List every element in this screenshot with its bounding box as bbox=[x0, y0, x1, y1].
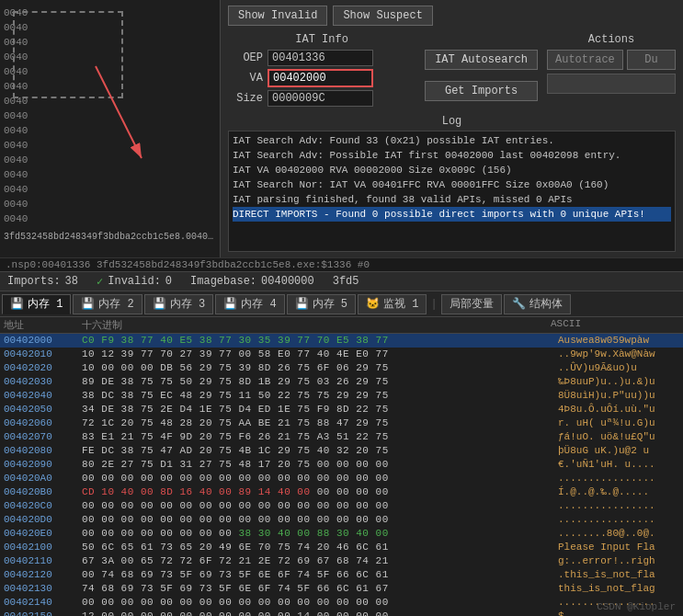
iat-autosearch-button[interactable]: IAT Autosearch bbox=[425, 50, 538, 70]
hex-ascii: ........80@..0@. bbox=[551, 527, 679, 541]
tab-mem3[interactable]: 💾 内存 3 bbox=[144, 294, 213, 314]
hex-addr: 00402090 bbox=[4, 458, 82, 472]
hex-row-21[interactable]: 00402150 12 00 00 00 00 00 00 00 00 00 0… bbox=[0, 610, 683, 616]
mem1-icon: 💾 bbox=[10, 297, 24, 311]
va-input[interactable] bbox=[268, 69, 373, 87]
mem5-icon: 💾 bbox=[295, 297, 309, 311]
hex-row-18[interactable]: 00402120 00 74 68 69 73 5F 69 73 5F 6E 6… bbox=[0, 568, 683, 582]
hex-row-4[interactable]: 00402040 38 DC 38 75 EC 48 29 75 11 50 2… bbox=[0, 389, 683, 403]
hex-bytes: 83 E1 21 75 4F 9D 20 75 F6 26 21 75 A3 5… bbox=[82, 430, 551, 444]
hex-row-20[interactable]: 00402140 00 00 00 00 00 00 00 00 00 00 0… bbox=[0, 596, 683, 610]
tab-mem3-label: 内存 3 bbox=[170, 296, 205, 312]
hex-row-8[interactable]: 00402080 FE DC 38 75 47 AD 20 75 4B 1C 2… bbox=[0, 444, 683, 458]
tab-locals[interactable]: 局部变量 bbox=[441, 294, 502, 314]
hex-row-5[interactable]: 00402050 34 DE 38 75 2E D4 1E 75 D4 ED 1… bbox=[0, 403, 683, 416]
struct-icon: 🔧 bbox=[512, 297, 526, 311]
hex-line: 0040 bbox=[4, 79, 216, 94]
breadcrumb: 3fd532458bd248349f3bdba2ccb1c5e8.0040162… bbox=[4, 230, 216, 245]
hex-ascii: 8Ü8uìH)u.P"uu))u bbox=[551, 389, 679, 403]
hex-bytes: 72 1C 20 75 48 28 20 75 AA BE 21 75 88 4… bbox=[82, 416, 551, 430]
oep-label: OEP bbox=[228, 51, 263, 64]
hex-ascii: ................ bbox=[551, 513, 679, 527]
hex-row-17[interactable]: 00402110 67 3A 00 65 72 72 6F 72 21 2E 7… bbox=[0, 554, 683, 568]
tab-mem4[interactable]: 💾 内存 4 bbox=[215, 294, 284, 314]
tab-watch1-label: 监视 1 bbox=[383, 296, 418, 312]
du-button[interactable]: Du bbox=[627, 50, 676, 70]
hex-line: 0040 bbox=[4, 20, 216, 35]
hex-addr: 00402080 bbox=[4, 444, 82, 458]
nsp-line: .nsp0:00401336 3fd532458bd248349f3bdba2c… bbox=[0, 257, 683, 271]
hex-ascii: €.'uÑ1'uH. u.... bbox=[551, 458, 679, 472]
tab-mem2[interactable]: 💾 内存 2 bbox=[73, 294, 142, 314]
hex-row-13[interactable]: 004020D0 00 00 00 00 00 00 00 00 00 00 0… bbox=[0, 513, 683, 527]
tab-watch1[interactable]: 🐱 监视 1 bbox=[358, 294, 427, 314]
hex-line: 0040 bbox=[4, 108, 216, 123]
hex-ascii: ................ bbox=[551, 499, 679, 513]
hex-addr: 00402010 bbox=[4, 348, 82, 361]
hex-row-9[interactable]: 00402090 80 2E 27 75 D1 31 27 75 48 17 2… bbox=[0, 458, 683, 472]
hex-row-16[interactable]: 00402100 50 6C 65 61 73 65 20 49 6E 70 7… bbox=[0, 541, 683, 554]
hex-bytes: 67 3A 00 65 72 72 6F 72 21 2E 72 69 67 6… bbox=[82, 554, 551, 568]
hex-row-2[interactable]: 00402020 10 00 00 00 DB 56 29 75 39 8D 2… bbox=[0, 361, 683, 375]
show-suspect-button[interactable]: Show Suspect bbox=[333, 6, 432, 26]
oep-input[interactable] bbox=[268, 50, 373, 66]
tab-mem1-label: 内存 1 bbox=[28, 296, 63, 312]
hex-line: 0040 bbox=[4, 50, 216, 64]
hex-row-1[interactable]: 00402010 10 12 39 77 70 27 39 77 00 58 E… bbox=[0, 348, 683, 361]
get-imports-button[interactable]: Get Imports bbox=[425, 81, 538, 101]
hex-row-3[interactable]: 00402030 89 DE 38 75 75 50 29 75 8D 1B 2… bbox=[0, 375, 683, 389]
tab-mem5[interactable]: 💾 内存 5 bbox=[287, 294, 356, 314]
tab-mem1[interactable]: 💾 内存 1 bbox=[2, 294, 71, 314]
ascii-header: ASCII bbox=[551, 318, 679, 332]
hex-bytes: 34 DE 38 75 2E D4 1E 75 D4 ED 1E 75 F9 8… bbox=[82, 403, 551, 416]
hex-row-14[interactable]: 004020E0 00 00 00 00 00 00 00 00 38 30 4… bbox=[0, 527, 683, 541]
hex-addr: 00402050 bbox=[4, 403, 82, 416]
log-title: Log bbox=[228, 115, 676, 128]
hex-row-0[interactable]: 00402000 C0 F9 38 77 40 E5 38 77 30 35 3… bbox=[0, 334, 683, 348]
log-line-2: IAT VA 00402000 RVA 00002000 Size 0x009C… bbox=[233, 163, 671, 177]
hex-row-12[interactable]: 004020C0 00 00 00 00 00 00 00 00 00 00 0… bbox=[0, 499, 683, 513]
hex-row-11[interactable]: 004020B0 CD 10 40 00 8D 16 40 00 89 14 4… bbox=[0, 485, 683, 499]
hex-addr: 00402120 bbox=[4, 568, 82, 582]
hex-bytes: 00 74 68 69 73 5F 69 73 5F 6E 6F 74 5F 6… bbox=[82, 568, 551, 582]
hex-bytes: C0 F9 38 77 40 E5 38 77 30 35 39 77 70 E… bbox=[82, 334, 551, 348]
hex-rows[interactable]: 00402000 C0 F9 38 77 40 E5 38 77 30 35 3… bbox=[0, 334, 683, 616]
hex-addr: 004020C0 bbox=[4, 499, 82, 513]
size-input[interactable] bbox=[268, 90, 373, 107]
hex-bytes: 80 2E 27 75 D1 31 27 75 48 17 20 75 00 0… bbox=[82, 458, 551, 472]
hex-ascii: Auswea8w059wpàw bbox=[551, 334, 679, 348]
actions-title: Actions bbox=[547, 33, 676, 46]
invalid-value: 0 bbox=[165, 275, 172, 288]
log-box[interactable]: IAT Search Adv: Found 33 (0x21) possible… bbox=[228, 131, 676, 252]
show-invalid-button[interactable]: Show Invalid bbox=[228, 6, 327, 26]
hex-addr: 00402130 bbox=[4, 582, 82, 596]
tab-struct-label: 结构体 bbox=[529, 296, 563, 312]
hex-header-bytes: 十六进制 bbox=[82, 318, 551, 332]
hex-bytes: FE DC 38 75 47 AD 20 75 4B 1C 29 75 40 3… bbox=[82, 444, 551, 458]
hex-line: 0040 bbox=[4, 138, 216, 153]
hex-panel: 地址 十六进制 ASCII 00402000 C0 F9 38 77 40 E5… bbox=[0, 317, 683, 616]
tab-mem4-label: 内存 4 bbox=[241, 296, 276, 312]
hex-addr: 00402100 bbox=[4, 541, 82, 554]
hex-ascii: r. uH( uª¾!u.G)u bbox=[551, 416, 679, 430]
hex-ascii: this_is_not_flag bbox=[551, 582, 679, 596]
iat-info-title: IAT Info bbox=[228, 33, 415, 46]
hex-row-19[interactable]: 00402130 74 68 69 73 5F 69 73 5F 6E 6F 7… bbox=[0, 582, 683, 596]
hex-addr: 00402070 bbox=[4, 430, 82, 444]
hex-row-7[interactable]: 00402070 83 E1 21 75 4F 9D 20 75 F6 26 2… bbox=[0, 430, 683, 444]
hex-ascii: ..ÛV)u9Ã&uo)u bbox=[551, 361, 679, 375]
hex-bytes: 00 00 00 00 00 00 00 00 00 00 00 00 00 0… bbox=[82, 596, 551, 610]
hex-line: 0040 bbox=[4, 153, 216, 167]
hex-bytes: 38 DC 38 75 EC 48 29 75 11 50 22 75 75 2… bbox=[82, 389, 551, 403]
hex-addr: 004020A0 bbox=[4, 472, 82, 485]
hex-addr: 00402030 bbox=[4, 375, 82, 389]
hex-line: 0040 bbox=[4, 123, 216, 138]
hex-row-10[interactable]: 004020A0 00 00 00 00 00 00 00 00 00 00 0… bbox=[0, 472, 683, 485]
hex-row-6[interactable]: 00402060 72 1C 20 75 48 28 20 75 AA BE 2… bbox=[0, 416, 683, 430]
mem4-icon: 💾 bbox=[223, 297, 237, 311]
checkmark-icon: ✓ bbox=[97, 275, 103, 289]
tab-struct[interactable]: 🔧 结构体 bbox=[504, 294, 571, 314]
autotrace-button[interactable]: Autotrace bbox=[547, 50, 623, 70]
hex-line: 0040 bbox=[4, 64, 216, 79]
hex-addr: 00402000 bbox=[4, 334, 82, 348]
